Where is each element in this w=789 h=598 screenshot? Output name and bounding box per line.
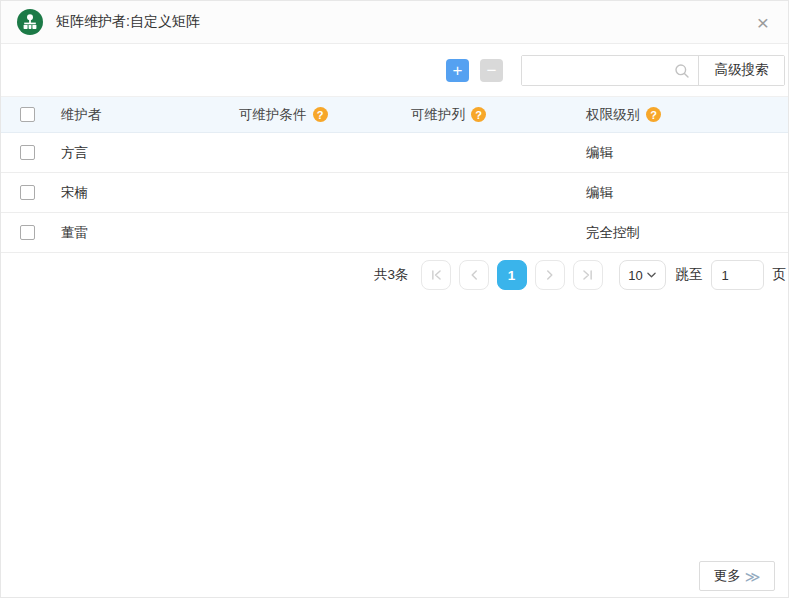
row-checkbox[interactable] <box>20 145 35 160</box>
next-page-button[interactable] <box>535 260 565 290</box>
help-icon[interactable]: ? <box>646 107 661 122</box>
page-size-select[interactable]: 10 <box>619 260 666 290</box>
search-box <box>522 56 698 85</box>
column-label: 权限级别 <box>586 106 640 124</box>
last-page-button[interactable] <box>573 260 603 290</box>
chevron-left-icon <box>465 266 483 284</box>
more-label: 更多 <box>714 567 741 585</box>
dialog-title: 矩阵维护者:自定义矩阵 <box>56 13 200 31</box>
current-page-button[interactable]: 1 <box>497 260 527 290</box>
prev-page-button[interactable] <box>459 260 489 290</box>
help-icon[interactable]: ? <box>313 107 328 122</box>
total-count-label: 共3条 <box>374 266 409 284</box>
search-icon <box>674 63 690 79</box>
column-label: 可维护条件 <box>239 106 307 124</box>
column-header-permission: 权限级别 ? <box>586 106 788 124</box>
first-page-button[interactable] <box>421 260 451 290</box>
chevron-right-icon <box>541 266 559 284</box>
maintainer-cell: 方言 <box>61 144 239 162</box>
toolbar: + − 高级搜索 <box>1 44 788 96</box>
row-checkbox[interactable] <box>20 185 35 200</box>
permission-cell: 编辑 <box>586 184 788 202</box>
column-label: 维护者 <box>61 107 102 122</box>
remove-button[interactable]: − <box>480 59 503 82</box>
column-label: 可维护列 <box>411 106 465 124</box>
table-row[interactable]: 方言 编辑 <box>1 133 788 173</box>
table-header: 维护者 可维护条件 ? 可维护列 ? 权限级别 ? <box>1 96 788 133</box>
add-button[interactable]: + <box>446 59 469 82</box>
column-header-conditions: 可维护条件 ? <box>239 106 411 124</box>
jump-page-input[interactable] <box>711 260 764 290</box>
more-button[interactable]: 更多 ≫ <box>699 561 775 591</box>
search-group: 高级搜索 <box>521 55 785 86</box>
maintainer-cell: 宋楠 <box>61 184 239 202</box>
maintainer-cell: 董雷 <box>61 224 239 242</box>
row-checkbox[interactable] <box>20 225 35 240</box>
pagination: 共3条 1 10 跳至 <box>1 253 788 297</box>
page-size-value: 10 <box>628 268 642 283</box>
last-page-icon <box>579 266 597 284</box>
permission-cell: 编辑 <box>586 144 788 162</box>
search-input[interactable] <box>522 56 698 85</box>
first-page-icon <box>427 266 445 284</box>
double-chevron-right-icon: ≫ <box>745 569 761 584</box>
titlebar: 矩阵维护者:自定义矩阵 × <box>1 1 788 44</box>
org-chart-icon <box>17 9 43 35</box>
advanced-search-button[interactable]: 高级搜索 <box>698 56 784 85</box>
table-row[interactable]: 宋楠 编辑 <box>1 173 788 213</box>
column-header-columns: 可维护列 ? <box>411 106 586 124</box>
close-icon[interactable]: × <box>754 12 772 33</box>
table-row[interactable]: 董雷 完全控制 <box>1 213 788 253</box>
help-icon[interactable]: ? <box>471 107 486 122</box>
page-unit-label: 页 <box>773 266 787 284</box>
jump-to-label: 跳至 <box>676 266 703 284</box>
matrix-maintainer-dialog: 矩阵维护者:自定义矩阵 × + − 高级搜索 维护者 可维护条件 ? <box>0 0 789 598</box>
column-header-maintainer: 维护者 <box>61 106 239 124</box>
permission-cell: 完全控制 <box>586 224 788 242</box>
header-checkbox-cell <box>1 107 61 122</box>
select-all-checkbox[interactable] <box>20 107 35 122</box>
chevron-down-icon <box>647 272 656 278</box>
